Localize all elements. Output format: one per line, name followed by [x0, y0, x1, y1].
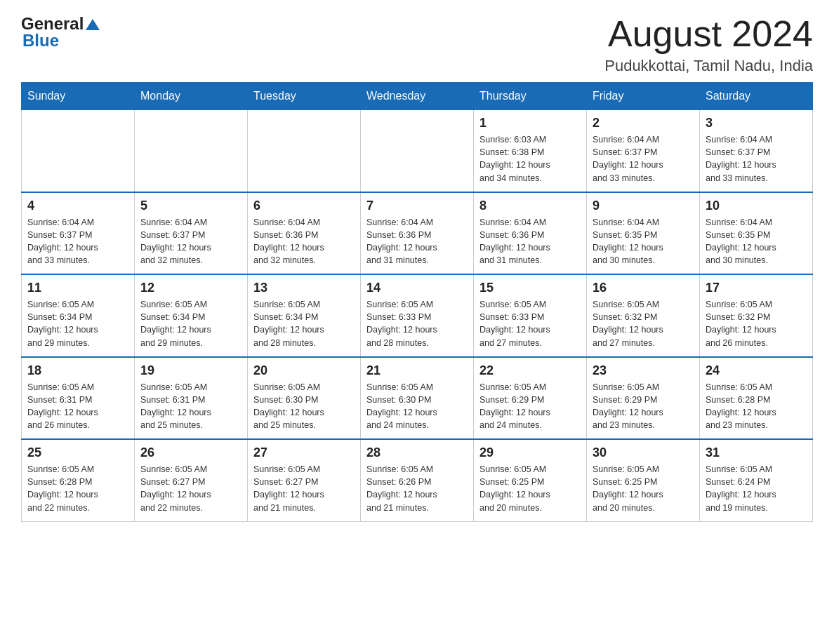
day-number: 3 [706, 116, 807, 130]
calendar-cell: 23Sunrise: 6:05 AM Sunset: 6:29 PM Dayli… [587, 357, 700, 440]
day-number: 6 [253, 199, 355, 213]
calendar-cell: 15Sunrise: 6:05 AM Sunset: 6:33 PM Dayli… [474, 274, 587, 357]
day-number: 24 [706, 363, 807, 378]
day-info: Sunrise: 6:05 AM Sunset: 6:29 PM Dayligh… [479, 381, 581, 432]
day-info: Sunrise: 6:05 AM Sunset: 6:33 PM Dayligh… [479, 298, 581, 349]
day-number: 17 [706, 281, 807, 295]
day-number: 28 [366, 445, 468, 460]
day-info: Sunrise: 6:05 AM Sunset: 6:25 PM Dayligh… [479, 463, 581, 514]
day-info: Sunrise: 6:04 AM Sunset: 6:36 PM Dayligh… [253, 216, 355, 267]
day-number: 2 [593, 116, 694, 130]
day-number: 26 [140, 445, 241, 460]
day-info: Sunrise: 6:04 AM Sunset: 6:37 PM Dayligh… [140, 216, 241, 267]
day-info: Sunrise: 6:05 AM Sunset: 6:29 PM Dayligh… [593, 381, 694, 432]
month-title: August 2024 [604, 14, 813, 54]
calendar-cell: 2Sunrise: 6:04 AM Sunset: 6:37 PM Daylig… [587, 110, 700, 192]
day-info: Sunrise: 6:04 AM Sunset: 6:36 PM Dayligh… [366, 216, 468, 267]
day-info: Sunrise: 6:05 AM Sunset: 6:34 PM Dayligh… [27, 298, 128, 349]
day-info: Sunrise: 6:05 AM Sunset: 6:27 PM Dayligh… [140, 463, 241, 514]
day-info: Sunrise: 6:05 AM Sunset: 6:27 PM Dayligh… [253, 463, 355, 514]
day-info: Sunrise: 6:04 AM Sunset: 6:35 PM Dayligh… [593, 216, 694, 267]
calendar-cell: 10Sunrise: 6:04 AM Sunset: 6:35 PM Dayli… [700, 192, 813, 275]
day-number: 27 [253, 445, 355, 460]
calendar-cell: 11Sunrise: 6:05 AM Sunset: 6:34 PM Dayli… [22, 274, 135, 357]
day-number: 30 [593, 445, 694, 460]
day-number: 31 [706, 445, 807, 460]
day-number: 12 [140, 281, 241, 295]
calendar-cell: 14Sunrise: 6:05 AM Sunset: 6:33 PM Dayli… [361, 274, 474, 357]
day-info: Sunrise: 6:05 AM Sunset: 6:31 PM Dayligh… [27, 381, 128, 432]
calendar-cell: 27Sunrise: 6:05 AM Sunset: 6:27 PM Dayli… [248, 439, 361, 521]
calendar-cell: 26Sunrise: 6:05 AM Sunset: 6:27 PM Dayli… [135, 439, 248, 521]
week-row-5: 25Sunrise: 6:05 AM Sunset: 6:28 PM Dayli… [22, 439, 813, 521]
day-info: Sunrise: 6:05 AM Sunset: 6:30 PM Dayligh… [366, 381, 468, 432]
calendar-cell: 25Sunrise: 6:05 AM Sunset: 6:28 PM Dayli… [22, 439, 135, 521]
day-number: 11 [27, 281, 128, 295]
day-number: 25 [27, 445, 128, 460]
day-info: Sunrise: 6:04 AM Sunset: 6:37 PM Dayligh… [27, 216, 128, 267]
weekday-header-saturday: Saturday [700, 83, 813, 110]
day-number: 13 [253, 281, 355, 295]
calendar-cell: 13Sunrise: 6:05 AM Sunset: 6:34 PM Dayli… [248, 274, 361, 357]
page-header: General Blue August 2024 Pudukkottai, Ta… [21, 14, 813, 75]
calendar-cell: 3Sunrise: 6:04 AM Sunset: 6:37 PM Daylig… [700, 110, 813, 192]
calendar-cell: 7Sunrise: 6:04 AM Sunset: 6:36 PM Daylig… [361, 192, 474, 275]
calendar-cell [135, 110, 248, 192]
calendar-cell: 29Sunrise: 6:05 AM Sunset: 6:25 PM Dayli… [474, 439, 587, 521]
day-number: 29 [479, 445, 581, 460]
calendar-cell: 19Sunrise: 6:05 AM Sunset: 6:31 PM Dayli… [135, 357, 248, 440]
weekday-header-wednesday: Wednesday [361, 83, 474, 110]
calendar-cell: 1Sunrise: 6:03 AM Sunset: 6:38 PM Daylig… [474, 110, 587, 192]
calendar-cell: 24Sunrise: 6:05 AM Sunset: 6:28 PM Dayli… [700, 357, 813, 440]
weekday-header-thursday: Thursday [474, 83, 587, 110]
calendar-cell: 5Sunrise: 6:04 AM Sunset: 6:37 PM Daylig… [135, 192, 248, 275]
day-number: 21 [366, 363, 468, 378]
day-number: 4 [27, 199, 128, 213]
calendar-cell: 17Sunrise: 6:05 AM Sunset: 6:32 PM Dayli… [700, 274, 813, 357]
day-info: Sunrise: 6:05 AM Sunset: 6:28 PM Dayligh… [706, 381, 807, 432]
day-number: 5 [140, 199, 241, 213]
day-number: 10 [706, 199, 807, 213]
calendar-table: SundayMondayTuesdayWednesdayThursdayFrid… [21, 82, 813, 522]
location-title: Pudukkottai, Tamil Nadu, India [604, 57, 813, 75]
day-number: 22 [479, 363, 581, 378]
calendar-cell: 30Sunrise: 6:05 AM Sunset: 6:25 PM Dayli… [587, 439, 700, 521]
calendar-cell: 16Sunrise: 6:05 AM Sunset: 6:32 PM Dayli… [587, 274, 700, 357]
day-number: 18 [27, 363, 128, 378]
logo-blue-text: Blue [22, 31, 59, 51]
calendar-cell: 12Sunrise: 6:05 AM Sunset: 6:34 PM Dayli… [135, 274, 248, 357]
day-number: 19 [140, 363, 241, 378]
day-number: 8 [479, 199, 581, 213]
weekday-header-tuesday: Tuesday [248, 83, 361, 110]
calendar-cell: 20Sunrise: 6:05 AM Sunset: 6:30 PM Dayli… [248, 357, 361, 440]
day-number: 23 [593, 363, 694, 378]
title-block: August 2024 Pudukkottai, Tamil Nadu, Ind… [604, 14, 813, 75]
day-info: Sunrise: 6:05 AM Sunset: 6:34 PM Dayligh… [253, 298, 355, 349]
calendar-cell: 4Sunrise: 6:04 AM Sunset: 6:37 PM Daylig… [22, 192, 135, 275]
day-info: Sunrise: 6:05 AM Sunset: 6:34 PM Dayligh… [140, 298, 241, 349]
day-number: 20 [253, 363, 355, 378]
day-info: Sunrise: 6:05 AM Sunset: 6:33 PM Dayligh… [366, 298, 468, 349]
calendar-cell: 6Sunrise: 6:04 AM Sunset: 6:36 PM Daylig… [248, 192, 361, 275]
week-row-1: 1Sunrise: 6:03 AM Sunset: 6:38 PM Daylig… [22, 110, 813, 192]
day-info: Sunrise: 6:03 AM Sunset: 6:38 PM Dayligh… [479, 133, 581, 185]
calendar-cell: 31Sunrise: 6:05 AM Sunset: 6:24 PM Dayli… [700, 439, 813, 521]
day-info: Sunrise: 6:05 AM Sunset: 6:25 PM Dayligh… [593, 463, 694, 514]
day-info: Sunrise: 6:05 AM Sunset: 6:30 PM Dayligh… [253, 381, 355, 432]
week-row-3: 11Sunrise: 6:05 AM Sunset: 6:34 PM Dayli… [22, 274, 813, 357]
day-info: Sunrise: 6:04 AM Sunset: 6:37 PM Dayligh… [593, 133, 694, 185]
day-number: 15 [479, 281, 581, 295]
calendar-cell [22, 110, 135, 192]
logo: General Blue [21, 14, 100, 51]
calendar-cell: 8Sunrise: 6:04 AM Sunset: 6:36 PM Daylig… [474, 192, 587, 275]
day-info: Sunrise: 6:04 AM Sunset: 6:36 PM Dayligh… [479, 216, 581, 267]
calendar-cell: 18Sunrise: 6:05 AM Sunset: 6:31 PM Dayli… [22, 357, 135, 440]
calendar-cell: 9Sunrise: 6:04 AM Sunset: 6:35 PM Daylig… [587, 192, 700, 275]
day-info: Sunrise: 6:04 AM Sunset: 6:37 PM Dayligh… [706, 133, 807, 185]
week-row-4: 18Sunrise: 6:05 AM Sunset: 6:31 PM Dayli… [22, 357, 813, 440]
day-number: 9 [593, 199, 694, 213]
day-info: Sunrise: 6:04 AM Sunset: 6:35 PM Dayligh… [706, 216, 807, 267]
weekday-header-row: SundayMondayTuesdayWednesdayThursdayFrid… [22, 83, 813, 110]
calendar-cell: 22Sunrise: 6:05 AM Sunset: 6:29 PM Dayli… [474, 357, 587, 440]
day-info: Sunrise: 6:05 AM Sunset: 6:28 PM Dayligh… [27, 463, 128, 514]
